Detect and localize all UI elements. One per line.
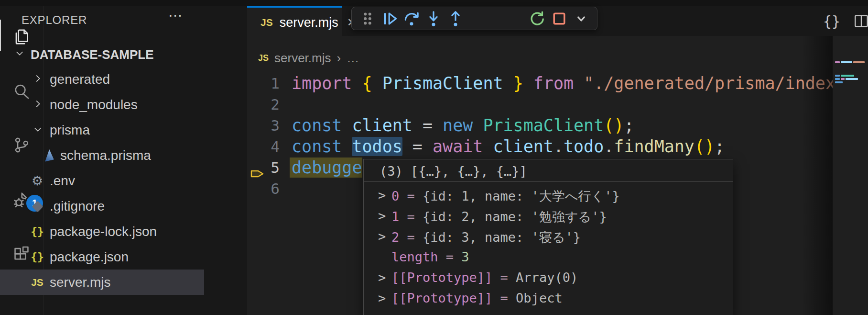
debug-variable-row-1[interactable]: >1 = {id: 2, name: '勉強する'}	[364, 205, 733, 226]
sticky-scroll-braces-icon[interactable]: {}	[821, 10, 843, 32]
tree-item-.gitignore[interactable]: .gitignore	[0, 193, 204, 219]
code-line-1[interactable]: 1import { PrismaClient } from "./generat…	[247, 73, 868, 94]
debug-step-into-icon[interactable]	[423, 8, 445, 29]
gear-icon: ⚙	[31, 174, 44, 188]
more-actions-icon[interactable]: ⋯	[165, 7, 186, 28]
tree-item-package-lock.json[interactable]: {}package-lock.json	[0, 219, 204, 244]
js-icon: JS	[31, 276, 44, 289]
tab-label: server.mjs	[280, 15, 338, 30]
code-line-3[interactable]: 3const client = new PrismaClient();	[247, 115, 868, 136]
breadcrumb-symbol[interactable]: …	[347, 51, 359, 66]
debug-variable-row-Prototype[interactable]: >[[Prototype]] = Array(0)	[364, 267, 733, 288]
debug-variable-row-length[interactable]: length = 3	[364, 247, 733, 267]
expand-chevron-icon[interactable]: >	[378, 270, 386, 285]
expand-chevron-icon[interactable]: >	[378, 208, 386, 223]
sidebar-title: EXPLORER	[22, 13, 87, 27]
line-number: 4	[247, 136, 280, 157]
tree-item-.env[interactable]: ⚙.env	[0, 168, 204, 193]
json-icon: {}	[31, 250, 44, 264]
debug-step-over-icon[interactable]	[401, 8, 423, 29]
debug-current-line-arrow-icon	[250, 167, 266, 182]
chevron-right-icon[interactable]	[33, 73, 43, 86]
tree-item-schema.prisma[interactable]: schema.prisma	[0, 143, 204, 168]
debug-popup-header: (3) [{…}, {…}, {…}]	[364, 159, 733, 182]
breadcrumb[interactable]: JS server.mjs › …	[258, 48, 359, 68]
chevron-down-icon[interactable]	[14, 48, 25, 60]
explorer-sidebar: EXPLORER ⋯ DATABASE-SAMPLEgeneratednode_…	[0, 0, 204, 309]
tree-item-generated[interactable]: generated	[0, 67, 204, 92]
line-number: 1	[247, 73, 280, 94]
javascript-file-icon: JS	[258, 53, 269, 63]
json-icon: {}	[31, 225, 44, 238]
line-number: 3	[247, 115, 280, 136]
code-line-2[interactable]: 2	[247, 94, 868, 115]
debug-gripper-icon[interactable]	[357, 8, 379, 29]
expand-chevron-icon[interactable]: >	[378, 188, 386, 202]
debug-variable-row-2[interactable]: >2 = {id: 3, name: '寝る'}	[364, 226, 733, 247]
tree-item-node-modules[interactable]: node_modules	[0, 92, 204, 117]
expand-chevron-icon[interactable]: >	[378, 229, 386, 244]
tree-item-DATABASE-SAMPLE[interactable]: DATABASE-SAMPLE	[0, 41, 204, 67]
debug-restart-icon[interactable]	[526, 8, 548, 29]
sidebar-header: EXPLORER ⋯	[0, 10, 204, 29]
split-editor-icon[interactable]	[850, 10, 868, 32]
breadcrumb-file[interactable]: server.mjs	[274, 51, 331, 66]
debug-step-out-icon[interactable]	[445, 8, 467, 29]
debug-value-popup[interactable]: (3) [{…}, {…}, {…}] >0 = {id: 1, name: '…	[363, 159, 733, 315]
line-number: 2	[247, 94, 280, 115]
chevron-down-icon[interactable]	[33, 124, 43, 136]
tree-item-prisma[interactable]: prisma	[0, 117, 204, 143]
prisma-icon	[42, 149, 55, 162]
debug-chevron-down-icon[interactable]	[570, 8, 592, 29]
code-line-4[interactable]: 4const todos = await client.todo.findMan…	[247, 136, 868, 157]
debug-stop-icon[interactable]	[548, 8, 570, 29]
chevron-right-icon[interactable]	[33, 99, 43, 111]
git-icon	[31, 200, 44, 213]
minimap[interactable]	[833, 36, 868, 315]
minimap-shadow	[802, 36, 833, 315]
debug-toolbar[interactable]	[351, 7, 597, 30]
javascript-file-icon: JS	[260, 17, 273, 28]
tree-item-package.json[interactable]: {}package.json	[0, 244, 204, 270]
vscode-window: 1 EXPLORER ⋯ DATABASE-SAMPLEgeneratednod…	[0, 0, 868, 315]
title-bar-strip	[0, 0, 868, 6]
debug-continue-icon[interactable]	[379, 8, 401, 29]
breadcrumb-separator-icon: ›	[337, 51, 341, 66]
tab-server-mjs[interactable]: JS server.mjs ✕	[247, 6, 342, 37]
expand-chevron-icon[interactable]: >	[378, 291, 386, 305]
tree-item-server.mjs[interactable]: JSserver.mjs	[0, 270, 204, 295]
debug-variable-row-0[interactable]: >0 = {id: 1, name: '大学へ行く'}	[364, 185, 733, 205]
debug-variable-row-Prototype[interactable]: >[[Prototype]] = Object	[364, 288, 733, 308]
